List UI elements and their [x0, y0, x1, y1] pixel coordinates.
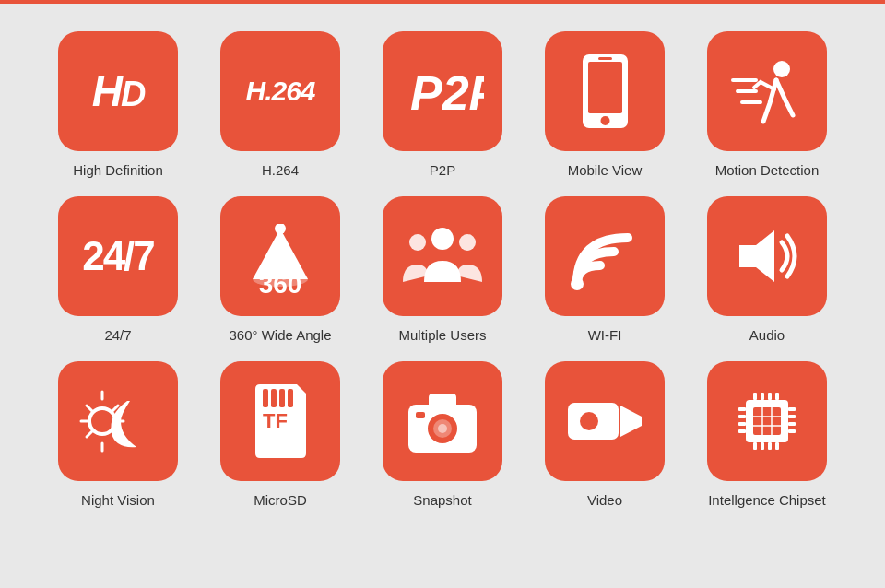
h264-label: H.264 — [262, 162, 299, 178]
feature-microsd: TF MicroSD — [199, 361, 361, 508]
svg-point-12 — [431, 228, 454, 250]
feature-high-definition: HD High Definition — [37, 31, 199, 178]
audio-icon — [728, 219, 807, 293]
wifi-icon-box — [545, 196, 665, 316]
mobile-icon-box — [545, 31, 665, 151]
360-label: 360° Wide Angle — [229, 327, 331, 343]
motion-icon — [728, 53, 807, 131]
audio-label: Audio — [749, 327, 785, 343]
snapshot-icon — [401, 384, 484, 458]
feature-360: 360 360° Wide Angle — [199, 196, 361, 343]
nightvision-icon-box — [58, 361, 178, 481]
svg-rect-55 — [738, 422, 746, 426]
chipset-label: Intellgence Chipset — [708, 492, 826, 508]
chipset-icon — [726, 380, 808, 463]
nightvision-icon — [77, 382, 159, 461]
users-icon — [401, 222, 484, 291]
feature-night-vision: Night Vision — [37, 361, 199, 508]
svg-rect-57 — [788, 407, 796, 411]
video-icon — [563, 389, 646, 453]
microsd-label: MicroSD — [254, 492, 307, 508]
svg-rect-30 — [288, 389, 293, 407]
mobile-icon — [575, 53, 635, 131]
h264-icon: H.264 — [245, 77, 314, 105]
snapshot-label: Snapshot — [413, 492, 471, 508]
svg-rect-54 — [738, 415, 746, 418]
feature-video: Video — [524, 361, 686, 508]
360-number: 360 — [259, 270, 302, 300]
247-label: 24/7 — [104, 327, 131, 343]
svg-point-13 — [409, 234, 426, 251]
microsd-icon-box: TF — [220, 361, 340, 481]
svg-rect-46 — [761, 393, 764, 400]
feature-motion-detection: Motion Detection — [686, 31, 848, 178]
svg-rect-29 — [279, 389, 285, 407]
svg-rect-48 — [775, 393, 779, 400]
feature-p2p: P2P P2P — [361, 31, 524, 178]
svg-rect-40 — [753, 407, 781, 435]
motion-icon-box — [707, 31, 827, 151]
hd-icon: HD — [92, 70, 145, 112]
247-icon-box: 24/7 — [58, 196, 178, 316]
svg-line-25 — [87, 431, 92, 437]
users-label: Multiple Users — [398, 327, 486, 343]
hd-icon-box: HD — [58, 31, 178, 151]
feature-intelligence-chipset: Intellgence Chipset — [686, 361, 848, 508]
feature-snapshot: Snapshot — [361, 361, 524, 508]
svg-rect-28 — [271, 389, 277, 407]
svg-rect-52 — [775, 442, 779, 450]
svg-rect-56 — [738, 429, 746, 433]
video-icon-box — [545, 361, 665, 481]
nightvision-label: Night Vision — [81, 492, 155, 508]
feature-wifi: WI-FI — [524, 196, 686, 343]
svg-rect-27 — [263, 389, 268, 407]
svg-rect-59 — [788, 422, 796, 426]
microsd-icon: TF — [246, 380, 315, 463]
chipset-icon-box — [707, 361, 827, 481]
mobile-label: Mobile View — [568, 162, 643, 178]
svg-rect-53 — [738, 407, 746, 411]
feature-h264: H.264 H.264 — [199, 31, 361, 178]
svg-rect-60 — [788, 429, 796, 433]
svg-rect-51 — [768, 442, 772, 450]
feature-247: 24/7 24/7 — [37, 196, 199, 343]
p2p-icon-box: P2P — [383, 31, 502, 151]
svg-point-5 — [773, 61, 790, 77]
svg-text:TF: TF — [263, 409, 288, 432]
feature-mobile-view: Mobile View — [524, 31, 686, 178]
360-icon-box: 360 — [220, 196, 340, 316]
svg-rect-45 — [753, 393, 757, 400]
p2p-label: P2P — [430, 162, 455, 178]
svg-point-34 — [438, 424, 447, 433]
svg-rect-4 — [598, 57, 612, 60]
svg-rect-50 — [761, 442, 764, 450]
p2p-icon: P2P — [401, 50, 484, 133]
motion-label: Motion Detection — [715, 162, 820, 178]
users-icon-box — [383, 196, 502, 316]
svg-line-24 — [112, 406, 118, 411]
video-label: Video — [587, 492, 622, 508]
svg-marker-37 — [620, 406, 642, 437]
svg-rect-2 — [588, 62, 622, 113]
feature-audio: Audio — [686, 196, 848, 343]
audio-icon-box — [707, 196, 827, 316]
svg-point-15 — [571, 277, 584, 290]
wifi-label: WI-FI — [588, 327, 622, 343]
svg-rect-35 — [416, 412, 425, 418]
wifi-icon — [563, 219, 646, 293]
snapshot-icon-box — [383, 361, 502, 481]
h264-icon-box: H.264 — [220, 31, 340, 151]
247-icon: 24/7 — [82, 236, 154, 276]
svg-rect-49 — [753, 442, 757, 450]
svg-line-22 — [87, 406, 92, 411]
svg-rect-58 — [788, 415, 796, 418]
svg-rect-47 — [768, 393, 772, 400]
hd-label: High Definition — [73, 162, 163, 178]
svg-text:P2P: P2P — [410, 66, 484, 120]
svg-point-3 — [600, 116, 609, 125]
features-grid: HD High Definition H.264 H.264 P2P P2P — [0, 4, 885, 535]
svg-point-10 — [275, 224, 286, 234]
svg-point-14 — [459, 234, 476, 251]
feature-multiple-users: Multiple Users — [361, 196, 524, 343]
svg-marker-16 — [739, 230, 774, 282]
